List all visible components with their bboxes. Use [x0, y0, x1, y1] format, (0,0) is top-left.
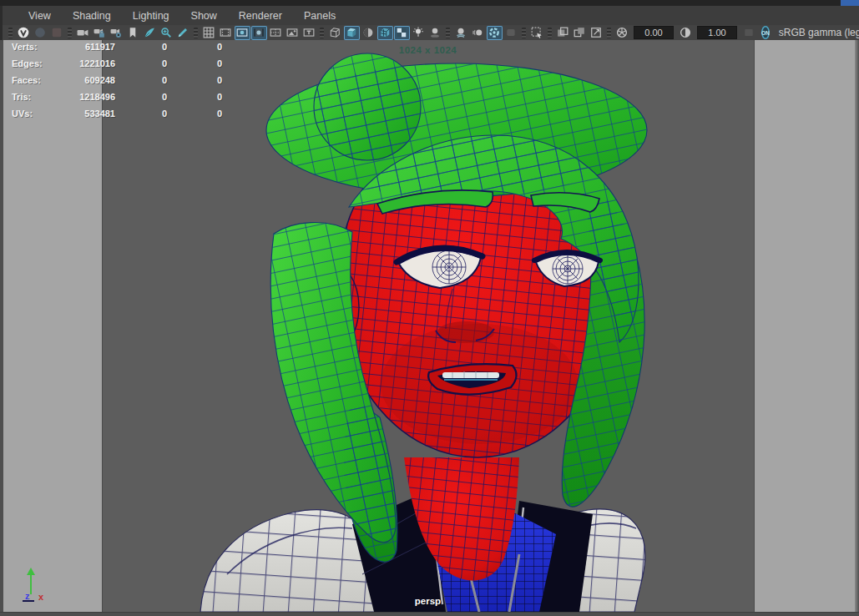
panel-toolbar: ON sRGB gamma (legacy)	[0, 25, 859, 40]
menu-renderer[interactable]: Renderer	[228, 10, 293, 22]
toolbar-grip[interactable]	[8, 28, 13, 38]
all-lights-icon[interactable]	[411, 26, 427, 40]
panel-menubar: View Shading Lighting Show Renderer Pane…	[0, 6, 859, 25]
toolbar-grip[interactable]	[320, 28, 324, 38]
view-axis-gizmo: z x	[18, 566, 58, 604]
select-camera-icon[interactable]	[75, 26, 91, 40]
gate-mask-left	[3, 40, 103, 612]
pane-layout-b-icon[interactable]	[572, 26, 588, 40]
window-top-edge	[0, 0, 859, 6]
color-management-on-badge[interactable]: ON	[761, 26, 770, 39]
x-axis-label: x	[38, 592, 44, 602]
color-management-toggle-icon	[741, 26, 757, 40]
disabled-slot-1-icon	[33, 26, 48, 40]
pane-tear-off-icon[interactable]	[589, 26, 604, 40]
hud-row-tris: Tris:121849600	[0, 92, 250, 109]
grease-pencil-icon[interactable]	[175, 26, 191, 40]
lock-camera-icon[interactable]	[92, 26, 108, 40]
hud-row-edges: Edges:122101600	[0, 58, 250, 75]
exposure-icon[interactable]	[614, 26, 630, 40]
disabled-slot-2-icon	[49, 26, 65, 40]
maya-viewport-window: View Shading Lighting Show Renderer Pane…	[0, 0, 859, 616]
menu-show[interactable]: Show	[180, 10, 228, 22]
toolbar-grip[interactable]	[522, 28, 526, 38]
film-gate-icon[interactable]	[218, 26, 234, 40]
use-default-material-icon[interactable]	[394, 26, 410, 40]
pan-zoom-icon[interactable]	[159, 26, 174, 40]
resolution-gate-label: 1024 x 1024	[102, 45, 754, 55]
gate-mask-right	[754, 40, 856, 612]
wireframe-on-shaded-icon[interactable]	[377, 26, 393, 40]
screen-space-ambient-occlusion-icon[interactable]	[453, 26, 469, 40]
camera-name-label: persp	[102, 596, 754, 606]
motion-blur-icon[interactable]	[470, 26, 486, 40]
resolution-gate-icon[interactable]	[235, 26, 250, 40]
wireframe-icon[interactable]	[327, 26, 343, 40]
viewport[interactable]: Verts:61191700 Edges:122101600 Faces:609…	[0, 40, 859, 616]
toolbar-grip[interactable]	[194, 28, 198, 38]
depth-of-field-icon	[503, 26, 519, 40]
multisample-anti-aliasing-icon[interactable]	[487, 26, 503, 40]
menu-panels[interactable]: Panels	[293, 10, 346, 22]
viewport-left-edge	[0, 40, 3, 616]
menu-view[interactable]: View	[18, 10, 62, 22]
safe-action-icon[interactable]	[285, 26, 301, 40]
bookmark-icon[interactable]	[125, 26, 141, 40]
field-chart-icon[interactable]	[268, 26, 284, 40]
exposure-field[interactable]	[634, 26, 674, 39]
toolbar-grip[interactable]	[548, 28, 552, 38]
viewport-right-edge	[855, 40, 859, 616]
hud-row-faces: Faces:60924800	[0, 75, 250, 92]
shadows-icon[interactable]	[427, 26, 443, 40]
toolbar-grip[interactable]	[446, 28, 450, 38]
menu-shading[interactable]: Shading	[62, 10, 122, 22]
menu-lighting[interactable]: Lighting	[122, 10, 180, 22]
character-model[interactable]	[102, 40, 754, 612]
image-plane-icon[interactable]	[142, 26, 158, 40]
hud-row-uvs: UVs:53348100	[0, 109, 250, 125]
smooth-shade-all-icon[interactable]	[344, 26, 360, 40]
grid-icon[interactable]	[201, 26, 217, 40]
z-axis-label: z	[25, 591, 30, 601]
pane-layout-a-icon[interactable]	[555, 26, 571, 40]
textured-icon[interactable]	[361, 26, 376, 40]
gate-mask-icon[interactable]	[251, 26, 267, 40]
contrast-icon[interactable]	[678, 26, 694, 40]
viewport-renderer-badge-icon[interactable]	[16, 26, 32, 40]
gamma-field[interactable]	[697, 26, 737, 39]
safe-title-icon[interactable]	[301, 26, 317, 40]
colorspace-dropdown[interactable]: sRGB gamma (legacy)	[779, 27, 859, 38]
viewport-bottom-edge	[0, 612, 859, 616]
mouth	[428, 364, 516, 394]
camera-attributes-icon[interactable]	[109, 26, 124, 40]
isolate-select-icon[interactable]	[529, 26, 545, 40]
toolbar-grip[interactable]	[68, 28, 72, 38]
toolbar-grip[interactable]	[607, 28, 611, 38]
